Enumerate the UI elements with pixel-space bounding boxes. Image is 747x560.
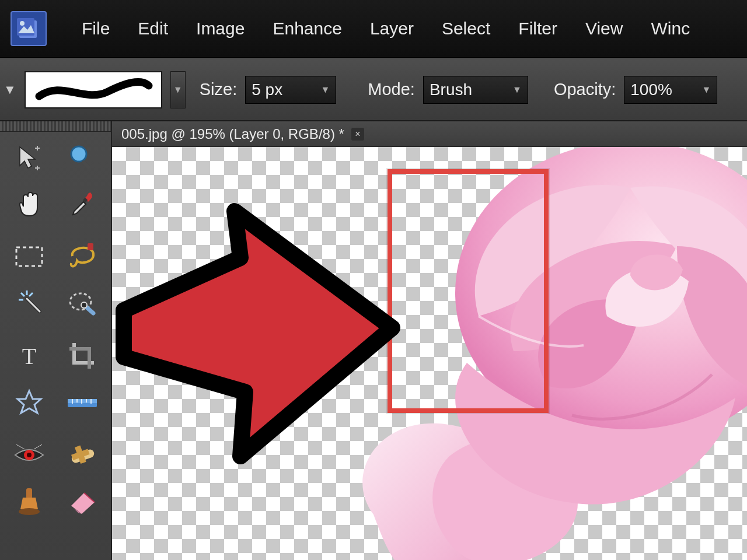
lasso-tool[interactable] [57,235,107,279]
chevron-down-icon: ▼ [512,85,522,95]
tool-grid: T [0,132,111,527]
menu-file[interactable]: File [82,19,110,38]
eyedropper-tool[interactable] [57,182,107,226]
opacity-value: 100% [630,80,672,99]
menu-items: File Edit Image Enhance Layer Select Fil… [82,19,690,38]
type-tool[interactable]: T [4,334,54,378]
quick-selection-tool[interactable] [57,281,107,326]
move-tool[interactable] [4,135,54,180]
menu-filter[interactable]: Filter [518,19,557,38]
brush-preset-dropdown[interactable]: ▼ [170,71,186,108]
options-collapse-icon[interactable]: ▼ [4,82,16,97]
menu-layer[interactable]: Layer [370,19,414,38]
app-icon[interactable] [11,11,47,46]
svg-text:T: T [22,343,36,369]
zoom-tool[interactable] [57,135,107,180]
marquee-tool[interactable] [4,235,54,279]
crop-tool[interactable] [57,334,107,378]
svg-point-3 [71,146,86,162]
chevron-down-icon: ▼ [701,85,711,95]
eraser-tool[interactable] [57,480,107,524]
svg-point-9 [81,302,87,308]
spot-healing-tool[interactable] [57,433,107,477]
size-field[interactable]: 5 px ▼ [245,76,336,104]
menu-edit[interactable]: Edit [138,19,168,38]
red-eye-tool[interactable] [4,433,54,477]
cookie-cutter-tool[interactable] [4,380,54,425]
svg-rect-7 [88,243,93,250]
menu-image[interactable]: Image [196,19,245,38]
document-tab-title[interactable]: 005.jpg @ 195% (Layer 0, RGB/8) * [121,126,344,142]
straighten-tool[interactable] [57,380,107,425]
svg-point-19 [27,453,32,457]
svg-rect-4 [81,160,90,170]
svg-line-20 [16,444,25,449]
svg-rect-25 [26,488,32,499]
svg-line-21 [34,444,42,449]
magic-wand-tool[interactable] [4,281,54,326]
menubar: File Edit Image Enhance Layer Select Fil… [0,0,747,58]
menu-window[interactable]: Winc [651,19,690,38]
hand-tool[interactable] [4,182,54,226]
size-value: 5 px [252,80,282,99]
menu-select[interactable]: Select [442,19,490,38]
canvas[interactable] [112,147,747,560]
mode-label: Mode: [368,80,415,99]
opacity-label: Opacity: [554,80,616,99]
opacity-field[interactable]: 100% ▼ [624,76,717,104]
brush-preview[interactable] [25,71,162,108]
options-bar: ▼ ▼ Size: 5 px ▼ Mode: Brush ▼ Opacity: … [0,58,747,121]
clone-stamp-tool[interactable] [4,480,54,524]
annotation-highlight-box [388,169,549,413]
svg-point-2 [20,21,25,26]
mode-value: Brush [430,80,472,99]
mode-field[interactable]: Brush ▼ [423,76,528,104]
svg-rect-6 [16,247,42,266]
menu-view[interactable]: View [585,19,623,38]
svg-point-26 [19,508,40,515]
toolbar-handle[interactable] [0,121,111,132]
annotation-arrow-icon [112,182,416,485]
menu-enhance[interactable]: Enhance [273,19,341,38]
toolbar: T [0,121,112,560]
tab-close-button[interactable]: × [351,128,364,141]
chevron-down-icon: ▼ [320,85,330,95]
size-label: Size: [200,80,237,99]
document-tab-strip: 005.jpg @ 195% (Layer 0, RGB/8) * × [112,121,747,147]
